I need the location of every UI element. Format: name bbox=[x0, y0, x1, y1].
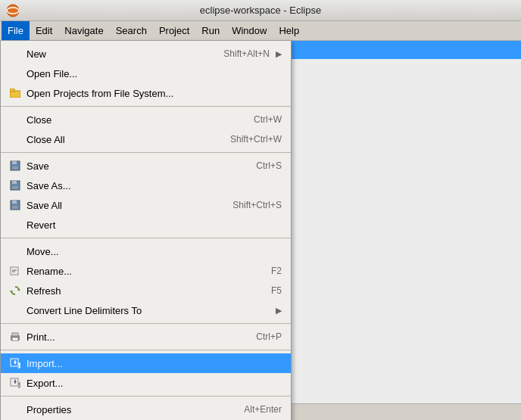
close-all-shortcut: Shift+Ctrl+W bbox=[215, 134, 282, 145]
menu-item-properties[interactable]: Properties Alt+Enter bbox=[1, 400, 291, 419]
separator-5 bbox=[1, 350, 291, 350]
app-icon bbox=[6, 4, 20, 17]
menu-item-print[interactable]: Print... Ctrl+P bbox=[1, 327, 291, 347]
menu-window[interactable]: Window bbox=[226, 21, 273, 40]
revert-label: Revert bbox=[27, 219, 282, 231]
new-label: New bbox=[27, 48, 208, 60]
export-icon bbox=[8, 376, 22, 390]
open-file-label: Open File... bbox=[27, 68, 282, 79]
menu-item-close[interactable]: Close Ctrl+W bbox=[1, 110, 291, 129]
convert-label: Convert Line Delimiters To bbox=[27, 305, 270, 316]
menu-item-save-as[interactable]: Save As... bbox=[1, 176, 291, 195]
menu-item-save-all[interactable]: Save All Shift+Ctrl+S bbox=[1, 195, 291, 215]
save-all-shortcut: Shift+Ctrl+S bbox=[217, 200, 282, 210]
new-arrow: ▶ bbox=[276, 49, 282, 59]
menu-item-revert[interactable]: Revert bbox=[1, 215, 291, 235]
open-file-icon bbox=[8, 67, 22, 80]
menu-bar: File Edit Navigate Search Project Run Wi… bbox=[0, 21, 521, 41]
menu-item-save[interactable]: Save Ctrl+S bbox=[1, 156, 291, 176]
separator-4 bbox=[1, 323, 291, 324]
svg-rect-6 bbox=[12, 166, 18, 170]
rename-label: Rename... bbox=[27, 266, 256, 277]
close-all-label: Close All bbox=[27, 134, 215, 145]
save-label: Save bbox=[27, 160, 241, 172]
svg-rect-8 bbox=[12, 181, 17, 184]
save-as-label: Save As... bbox=[27, 180, 282, 191]
convert-arrow: ▶ bbox=[276, 306, 282, 316]
menu-item-refresh[interactable]: Refresh F5 bbox=[1, 281, 291, 300]
convert-icon bbox=[8, 303, 22, 317]
refresh-label: Refresh bbox=[27, 285, 256, 297]
svg-point-0 bbox=[7, 5, 19, 17]
menu-help[interactable]: Help bbox=[273, 21, 305, 40]
properties-icon bbox=[8, 403, 22, 416]
menu-item-export[interactable]: Export... bbox=[1, 373, 291, 393]
close-shortcut: Ctrl+W bbox=[239, 114, 282, 125]
save-icon bbox=[8, 159, 22, 173]
svg-rect-12 bbox=[12, 206, 18, 209]
export-label: Export... bbox=[27, 378, 282, 389]
menu-item-new[interactable]: New Shift+Alt+N ▶ bbox=[1, 44, 291, 64]
separator-1 bbox=[1, 106, 291, 107]
move-label: Move... bbox=[27, 246, 282, 257]
save-all-label: Save All bbox=[27, 200, 217, 211]
revert-icon bbox=[8, 218, 22, 232]
properties-shortcut: Alt+Enter bbox=[229, 404, 282, 415]
print-shortcut: Ctrl+P bbox=[241, 331, 282, 342]
svg-rect-9 bbox=[12, 186, 18, 189]
move-icon bbox=[8, 244, 22, 258]
print-label: Print... bbox=[27, 331, 241, 343]
import-label: Import... bbox=[27, 358, 282, 369]
menu-navigate[interactable]: Navigate bbox=[58, 21, 109, 40]
svg-rect-3 bbox=[10, 89, 14, 92]
editor-tab-highlight bbox=[292, 41, 521, 59]
close-all-icon bbox=[8, 132, 22, 146]
open-projects-label: Open Projects from File System... bbox=[27, 88, 282, 99]
new-icon bbox=[8, 47, 22, 61]
save-shortcut: Ctrl+S bbox=[241, 160, 282, 171]
window-title: eclipse-workspace - Eclipse bbox=[200, 5, 321, 16]
svg-marker-22 bbox=[14, 362, 17, 365]
menu-item-import[interactable]: Import... bbox=[1, 353, 291, 373]
menu-run[interactable]: Run bbox=[195, 21, 226, 40]
close-menu-icon bbox=[8, 113, 22, 126]
file-dropdown-menu: New Shift+Alt+N ▶ Open File... Open Proj… bbox=[0, 41, 292, 420]
close-label: Close bbox=[27, 114, 239, 126]
refresh-icon bbox=[8, 284, 22, 297]
menu-item-move[interactable]: Move... bbox=[1, 241, 291, 261]
menu-item-open-projects[interactable]: Open Projects from File System... bbox=[1, 83, 291, 103]
separator-3 bbox=[1, 238, 291, 238]
menu-item-close-all[interactable]: Close All Shift+Ctrl+W bbox=[1, 129, 291, 149]
menu-project[interactable]: Project bbox=[153, 21, 195, 40]
menu-edit[interactable]: Edit bbox=[30, 21, 58, 40]
rename-shortcut: F2 bbox=[256, 266, 282, 276]
menu-file[interactable]: File bbox=[2, 21, 30, 40]
separator-6 bbox=[1, 396, 291, 397]
save-as-icon bbox=[8, 179, 22, 192]
svg-rect-5 bbox=[12, 161, 17, 164]
refresh-shortcut: F5 bbox=[256, 285, 282, 296]
menu-item-convert[interactable]: Convert Line Delimiters To ▶ bbox=[1, 300, 291, 320]
rename-icon bbox=[8, 264, 22, 278]
open-projects-icon bbox=[8, 86, 22, 100]
save-all-icon bbox=[8, 198, 22, 212]
print-icon bbox=[8, 330, 22, 344]
import-icon bbox=[8, 356, 22, 370]
svg-rect-13 bbox=[11, 267, 18, 275]
properties-label: Properties bbox=[27, 404, 229, 415]
main-area: New Shift+Alt+N ▶ Open File... Open Proj… bbox=[0, 41, 521, 418]
svg-marker-28 bbox=[14, 379, 17, 382]
separator-2 bbox=[1, 152, 291, 153]
new-shortcut: Shift+Alt+N bbox=[208, 48, 270, 59]
menu-item-rename[interactable]: Rename... F2 bbox=[1, 261, 291, 281]
svg-rect-11 bbox=[12, 201, 17, 204]
title-bar: eclipse-workspace - Eclipse bbox=[0, 0, 521, 21]
svg-rect-19 bbox=[12, 333, 18, 336]
menu-item-open-file[interactable]: Open File... bbox=[1, 64, 291, 83]
svg-rect-20 bbox=[12, 338, 18, 341]
menu-search[interactable]: Search bbox=[110, 21, 153, 40]
